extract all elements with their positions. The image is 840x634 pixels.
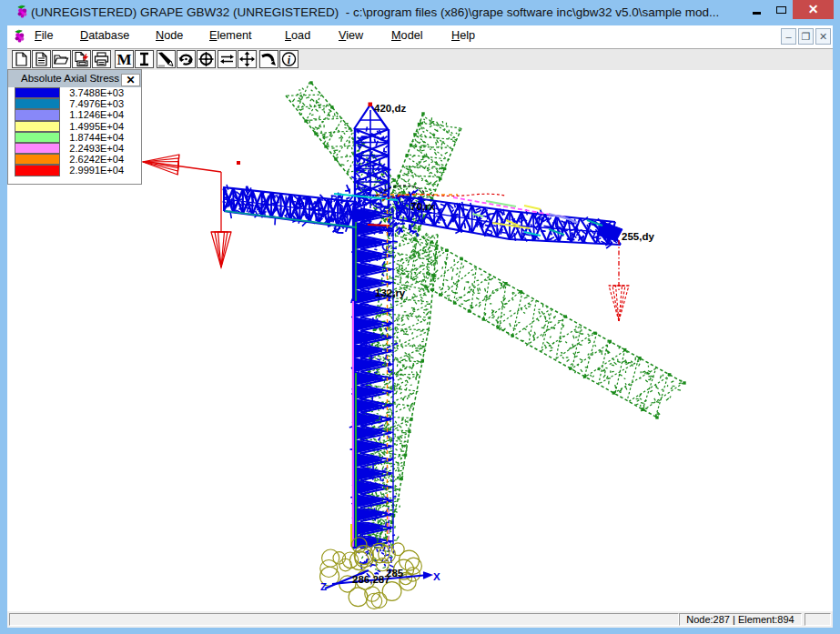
svg-text:420,dz: 420,dz xyxy=(374,103,406,114)
svg-text:i: i xyxy=(288,54,291,66)
svg-text:132,ry: 132,ry xyxy=(375,287,406,298)
svg-text:286,287: 286,287 xyxy=(352,574,390,585)
svg-text:255,dy: 255,dy xyxy=(622,231,654,242)
svg-text:70,rx: 70,rx xyxy=(410,201,435,212)
svg-text:Z: Z xyxy=(320,581,327,592)
svg-text:X: X xyxy=(433,571,440,582)
svg-text:M: M xyxy=(116,51,131,67)
